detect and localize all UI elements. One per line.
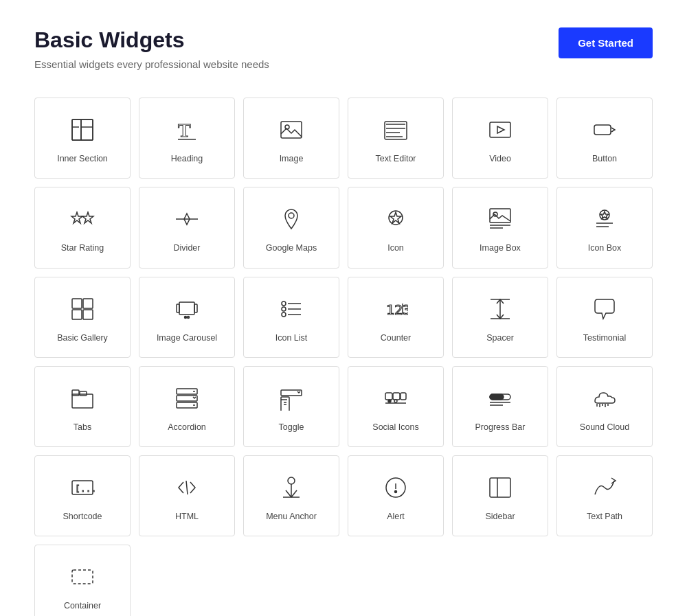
widget-card-social-icons[interactable]: Social Icons bbox=[348, 366, 444, 447]
widget-label-image: Image bbox=[280, 153, 304, 164]
widget-card-alert[interactable]: Alert bbox=[348, 455, 444, 536]
widget-card-image-carousel[interactable]: Image Carousel bbox=[139, 277, 235, 358]
widget-label-divider: Divider bbox=[174, 242, 201, 253]
svg-point-71 bbox=[394, 400, 397, 402]
html-icon bbox=[172, 472, 202, 503]
widget-card-tabs[interactable]: Tabs bbox=[34, 366, 131, 447]
button-icon bbox=[589, 115, 620, 145]
widget-card-counter[interactable]: 123Counter bbox=[348, 277, 444, 358]
widget-label-text-editor: Text Editor bbox=[375, 153, 416, 164]
text-editor-icon bbox=[381, 115, 411, 145]
svg-rect-34 bbox=[72, 310, 82, 319]
accordion-icon bbox=[172, 383, 202, 413]
widget-label-image-carousel: Image Carousel bbox=[157, 332, 217, 343]
widget-card-inner-section[interactable]: Inner Section bbox=[34, 98, 131, 179]
widget-label-toggle: Toggle bbox=[279, 422, 304, 433]
svg-rect-54 bbox=[72, 390, 79, 396]
widget-label-progress-bar: Progress Bar bbox=[475, 422, 526, 433]
svg-rect-33 bbox=[83, 299, 93, 308]
widget-label-alert: Alert bbox=[387, 511, 405, 522]
widget-label-star-rating: Star Rating bbox=[61, 242, 104, 253]
widget-label-icon-list: Icon List bbox=[275, 332, 308, 343]
widget-card-menu-anchor[interactable]: Menu Anchor bbox=[243, 455, 339, 536]
widget-label-inner-section: Inner Section bbox=[57, 153, 108, 164]
svg-rect-2 bbox=[81, 119, 93, 140]
widget-card-icon-box[interactable]: Icon Box bbox=[556, 187, 653, 268]
alert-icon bbox=[381, 472, 411, 503]
widgets-grid: Inner SectionTHeadingImageText EditorVid… bbox=[34, 98, 653, 616]
widget-label-spacer: Spacer bbox=[486, 332, 514, 343]
widget-card-accordion[interactable]: Accordion bbox=[139, 366, 235, 447]
svg-rect-16 bbox=[594, 125, 611, 135]
svg-point-86 bbox=[395, 491, 397, 493]
svg-rect-68 bbox=[401, 393, 406, 400]
widget-card-container[interactable]: Container bbox=[34, 545, 131, 616]
widget-label-icon: Icon bbox=[387, 242, 404, 253]
widget-card-icon[interactable]: Icon bbox=[348, 187, 444, 268]
widget-card-image-box[interactable]: Image Box bbox=[452, 187, 548, 268]
spacer-icon bbox=[485, 294, 515, 324]
widget-label-heading: Heading bbox=[171, 153, 203, 164]
star-rating-icon bbox=[67, 204, 98, 234]
widget-card-star-rating[interactable]: Star Rating bbox=[34, 187, 131, 268]
svg-marker-18 bbox=[82, 212, 93, 223]
widget-label-container: Container bbox=[64, 600, 101, 611]
svg-marker-23 bbox=[390, 212, 401, 223]
container-icon bbox=[67, 562, 98, 592]
widget-card-basic-gallery[interactable]: Basic Gallery bbox=[34, 277, 131, 358]
social-icons-icon bbox=[381, 383, 411, 413]
video-icon bbox=[485, 115, 515, 145]
svg-rect-73 bbox=[490, 394, 504, 400]
tabs-icon bbox=[67, 383, 98, 413]
widget-label-button: Button bbox=[592, 153, 617, 164]
widget-card-image[interactable]: Image bbox=[243, 98, 339, 179]
widget-card-sidebar[interactable]: Sidebar bbox=[452, 455, 548, 536]
svg-rect-89 bbox=[72, 570, 93, 584]
svg-rect-7 bbox=[281, 122, 302, 138]
title-section: Basic Widgets Essential widgets every pr… bbox=[34, 27, 269, 70]
divider-icon bbox=[172, 204, 202, 234]
svg-point-46 bbox=[282, 312, 286, 317]
widget-card-divider[interactable]: Divider bbox=[139, 187, 235, 268]
widget-card-text-path[interactable]: Text Path bbox=[556, 455, 653, 536]
svg-rect-66 bbox=[385, 393, 392, 400]
widget-label-google-maps: Google Maps bbox=[266, 242, 317, 253]
svg-point-44 bbox=[282, 307, 286, 311]
widget-card-toggle[interactable]: Toggle bbox=[243, 366, 339, 447]
svg-rect-55 bbox=[80, 391, 87, 396]
svg-point-42 bbox=[282, 301, 286, 306]
svg-text:123: 123 bbox=[386, 301, 408, 318]
widget-card-heading[interactable]: THeading bbox=[139, 98, 235, 179]
widget-card-shortcode[interactable]: [...]Shortcode bbox=[34, 455, 131, 536]
svg-rect-63 bbox=[281, 397, 289, 411]
widget-label-text-path: Text Path bbox=[587, 511, 622, 522]
widget-card-video[interactable]: Video bbox=[452, 98, 548, 179]
progress-bar-icon bbox=[485, 383, 515, 413]
widget-card-text-editor[interactable]: Text Editor bbox=[348, 98, 444, 179]
widget-card-spacer[interactable]: Spacer bbox=[452, 277, 548, 358]
widget-card-google-maps[interactable]: Google Maps bbox=[243, 187, 339, 268]
image-icon bbox=[276, 115, 306, 145]
svg-text:[...]: [...] bbox=[75, 483, 95, 494]
get-started-button[interactable]: Get Started bbox=[559, 27, 653, 58]
svg-rect-53 bbox=[72, 394, 93, 408]
widget-label-image-box: Image Box bbox=[480, 242, 521, 253]
widget-card-icon-list[interactable]: Icon List bbox=[243, 277, 339, 358]
widget-label-icon-box: Icon Box bbox=[588, 242, 622, 253]
svg-rect-37 bbox=[177, 304, 179, 312]
widget-label-shortcode: Shortcode bbox=[63, 511, 102, 522]
svg-point-40 bbox=[185, 316, 187, 318]
widget-card-progress-bar[interactable]: Progress Bar bbox=[452, 366, 548, 447]
widget-card-testimonial[interactable]: Testimonial bbox=[556, 277, 653, 358]
svg-rect-67 bbox=[393, 393, 400, 400]
widget-card-html[interactable]: HTML bbox=[139, 455, 235, 536]
widget-label-counter: Counter bbox=[381, 332, 411, 343]
svg-rect-87 bbox=[490, 478, 510, 497]
widget-card-sound-cloud[interactable]: Sound Cloud bbox=[556, 366, 653, 447]
svg-rect-38 bbox=[194, 304, 197, 312]
svg-point-79 bbox=[288, 477, 295, 484]
widget-label-sidebar: Sidebar bbox=[485, 511, 515, 522]
widget-card-button[interactable]: Button bbox=[556, 98, 653, 179]
heading-icon: T bbox=[172, 115, 202, 145]
icon-list-icon bbox=[276, 294, 306, 324]
